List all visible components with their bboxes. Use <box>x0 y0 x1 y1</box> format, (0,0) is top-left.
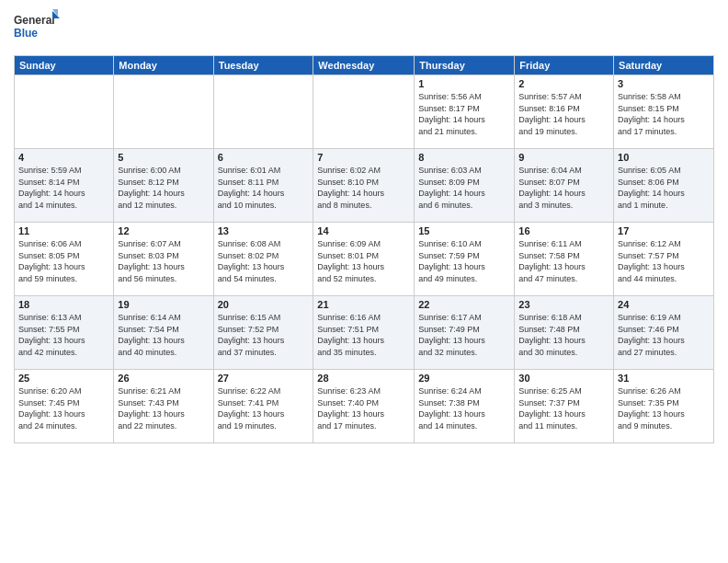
day-info: Sunrise: 5:59 AM Sunset: 8:14 PM Dayligh… <box>18 165 109 211</box>
svg-text:General: General <box>14 14 55 27</box>
day-info: Sunrise: 5:58 AM Sunset: 8:15 PM Dayligh… <box>618 91 710 137</box>
calendar-cell: 17Sunrise: 6:12 AM Sunset: 7:57 PM Dayli… <box>614 223 714 296</box>
calendar-cell: 20Sunrise: 6:15 AM Sunset: 7:52 PM Dayli… <box>213 296 313 370</box>
day-number: 18 <box>18 299 109 310</box>
calendar-cell: 28Sunrise: 6:23 AM Sunset: 7:40 PM Dayli… <box>313 370 415 443</box>
day-info: Sunrise: 6:05 AM Sunset: 8:06 PM Dayligh… <box>618 165 710 211</box>
calendar-cell: 18Sunrise: 6:13 AM Sunset: 7:55 PM Dayli… <box>15 296 114 370</box>
calendar-cell: 9Sunrise: 6:04 AM Sunset: 8:07 PM Daylig… <box>515 149 614 223</box>
day-info: Sunrise: 6:13 AM Sunset: 7:55 PM Dayligh… <box>18 312 109 358</box>
logo: General Blue <box>14 9 60 48</box>
calendar-cell: 7Sunrise: 6:02 AM Sunset: 8:10 PM Daylig… <box>313 149 415 223</box>
day-number: 8 <box>418 152 510 163</box>
calendar-cell <box>213 75 313 149</box>
weekday-label: Sunday <box>15 56 114 75</box>
calendar-cell: 26Sunrise: 6:21 AM Sunset: 7:43 PM Dayli… <box>114 370 213 443</box>
calendar-cell <box>114 75 213 149</box>
calendar-cell: 25Sunrise: 6:20 AM Sunset: 7:45 PM Dayli… <box>15 370 114 443</box>
calendar-cell: 14Sunrise: 6:09 AM Sunset: 8:01 PM Dayli… <box>313 223 415 296</box>
calendar-cell: 31Sunrise: 6:26 AM Sunset: 7:35 PM Dayli… <box>614 370 714 443</box>
calendar-cell <box>15 75 114 149</box>
day-number: 20 <box>218 299 310 310</box>
day-number: 16 <box>518 225 609 236</box>
calendar-cell: 8Sunrise: 6:03 AM Sunset: 8:09 PM Daylig… <box>415 149 515 223</box>
weekday-label: Saturday <box>614 56 714 75</box>
day-number: 15 <box>418 225 510 236</box>
day-number: 6 <box>218 152 310 163</box>
calendar-cell: 24Sunrise: 6:19 AM Sunset: 7:46 PM Dayli… <box>614 296 714 370</box>
day-number: 19 <box>118 299 209 310</box>
day-info: Sunrise: 6:18 AM Sunset: 7:48 PM Dayligh… <box>518 312 609 358</box>
calendar-cell: 5Sunrise: 6:00 AM Sunset: 8:12 PM Daylig… <box>114 149 213 223</box>
day-number: 27 <box>218 373 310 384</box>
calendar-week-row: 18Sunrise: 6:13 AM Sunset: 7:55 PM Dayli… <box>15 296 714 370</box>
day-info: Sunrise: 6:19 AM Sunset: 7:46 PM Dayligh… <box>618 312 710 358</box>
day-info: Sunrise: 6:11 AM Sunset: 7:58 PM Dayligh… <box>518 238 609 284</box>
weekday-label: Friday <box>515 56 614 75</box>
day-number: 2 <box>518 78 609 89</box>
day-info: Sunrise: 6:09 AM Sunset: 8:01 PM Dayligh… <box>317 238 410 284</box>
day-info: Sunrise: 6:16 AM Sunset: 7:51 PM Dayligh… <box>317 312 410 358</box>
day-info: Sunrise: 6:20 AM Sunset: 7:45 PM Dayligh… <box>18 385 109 431</box>
calendar-cell: 10Sunrise: 6:05 AM Sunset: 8:06 PM Dayli… <box>614 149 714 223</box>
day-info: Sunrise: 6:07 AM Sunset: 8:03 PM Dayligh… <box>118 238 209 284</box>
calendar-body: 1Sunrise: 5:56 AM Sunset: 8:17 PM Daylig… <box>15 75 714 443</box>
header: General Blue <box>14 9 714 48</box>
calendar-cell: 30Sunrise: 6:25 AM Sunset: 7:37 PM Dayli… <box>515 370 614 443</box>
day-info: Sunrise: 6:17 AM Sunset: 7:49 PM Dayligh… <box>418 312 510 358</box>
day-info: Sunrise: 6:06 AM Sunset: 8:05 PM Dayligh… <box>18 238 109 284</box>
calendar-cell: 19Sunrise: 6:14 AM Sunset: 7:54 PM Dayli… <box>114 296 213 370</box>
day-number: 1 <box>418 78 510 89</box>
calendar-cell: 13Sunrise: 6:08 AM Sunset: 8:02 PM Dayli… <box>213 223 313 296</box>
calendar-cell: 6Sunrise: 6:01 AM Sunset: 8:11 PM Daylig… <box>213 149 313 223</box>
logo-svg: General Blue <box>14 9 60 48</box>
day-info: Sunrise: 6:08 AM Sunset: 8:02 PM Dayligh… <box>218 238 310 284</box>
weekday-label: Thursday <box>415 56 515 75</box>
day-number: 26 <box>118 373 209 384</box>
day-number: 24 <box>618 299 710 310</box>
day-info: Sunrise: 6:12 AM Sunset: 7:57 PM Dayligh… <box>618 238 710 284</box>
page: General Blue SundayMondayTuesdayWednesda… <box>0 0 728 563</box>
day-info: Sunrise: 6:26 AM Sunset: 7:35 PM Dayligh… <box>618 385 710 431</box>
day-info: Sunrise: 6:02 AM Sunset: 8:10 PM Dayligh… <box>317 165 410 211</box>
day-number: 21 <box>317 299 410 310</box>
day-number: 9 <box>518 152 609 163</box>
calendar-week-row: 25Sunrise: 6:20 AM Sunset: 7:45 PM Dayli… <box>15 370 714 443</box>
calendar-week-row: 4Sunrise: 5:59 AM Sunset: 8:14 PM Daylig… <box>15 149 714 223</box>
day-info: Sunrise: 6:22 AM Sunset: 7:41 PM Dayligh… <box>218 385 310 431</box>
day-info: Sunrise: 6:21 AM Sunset: 7:43 PM Dayligh… <box>118 385 209 431</box>
day-number: 4 <box>18 152 109 163</box>
calendar-cell: 21Sunrise: 6:16 AM Sunset: 7:51 PM Dayli… <box>313 296 415 370</box>
day-number: 25 <box>18 373 109 384</box>
day-info: Sunrise: 6:04 AM Sunset: 8:07 PM Dayligh… <box>518 165 609 211</box>
calendar-cell: 12Sunrise: 6:07 AM Sunset: 8:03 PM Dayli… <box>114 223 213 296</box>
day-info: Sunrise: 5:56 AM Sunset: 8:17 PM Dayligh… <box>418 91 510 137</box>
day-number: 28 <box>317 373 410 384</box>
day-number: 10 <box>618 152 710 163</box>
calendar: SundayMondayTuesdayWednesdayThursdayFrid… <box>14 55 714 443</box>
day-number: 22 <box>418 299 510 310</box>
day-info: Sunrise: 6:00 AM Sunset: 8:12 PM Dayligh… <box>118 165 209 211</box>
day-number: 11 <box>18 225 109 236</box>
calendar-cell: 11Sunrise: 6:06 AM Sunset: 8:05 PM Dayli… <box>15 223 114 296</box>
calendar-cell: 4Sunrise: 5:59 AM Sunset: 8:14 PM Daylig… <box>15 149 114 223</box>
calendar-week-row: 11Sunrise: 6:06 AM Sunset: 8:05 PM Dayli… <box>15 223 714 296</box>
calendar-cell: 29Sunrise: 6:24 AM Sunset: 7:38 PM Dayli… <box>415 370 515 443</box>
calendar-cell: 2Sunrise: 5:57 AM Sunset: 8:16 PM Daylig… <box>515 75 614 149</box>
day-info: Sunrise: 5:57 AM Sunset: 8:16 PM Dayligh… <box>518 91 609 137</box>
day-number: 13 <box>218 225 310 236</box>
day-number: 14 <box>317 225 410 236</box>
calendar-cell: 1Sunrise: 5:56 AM Sunset: 8:17 PM Daylig… <box>415 75 515 149</box>
calendar-cell: 27Sunrise: 6:22 AM Sunset: 7:41 PM Dayli… <box>213 370 313 443</box>
day-info: Sunrise: 6:10 AM Sunset: 7:59 PM Dayligh… <box>418 238 510 284</box>
day-info: Sunrise: 6:01 AM Sunset: 8:11 PM Dayligh… <box>218 165 310 211</box>
weekday-label: Tuesday <box>213 56 313 75</box>
calendar-cell: 23Sunrise: 6:18 AM Sunset: 7:48 PM Dayli… <box>515 296 614 370</box>
day-number: 3 <box>618 78 710 89</box>
calendar-cell: 22Sunrise: 6:17 AM Sunset: 7:49 PM Dayli… <box>415 296 515 370</box>
svg-text:Blue: Blue <box>14 27 38 40</box>
day-number: 29 <box>418 373 510 384</box>
calendar-cell: 15Sunrise: 6:10 AM Sunset: 7:59 PM Dayli… <box>415 223 515 296</box>
day-info: Sunrise: 6:25 AM Sunset: 7:37 PM Dayligh… <box>518 385 609 431</box>
day-info: Sunrise: 6:23 AM Sunset: 7:40 PM Dayligh… <box>317 385 410 431</box>
